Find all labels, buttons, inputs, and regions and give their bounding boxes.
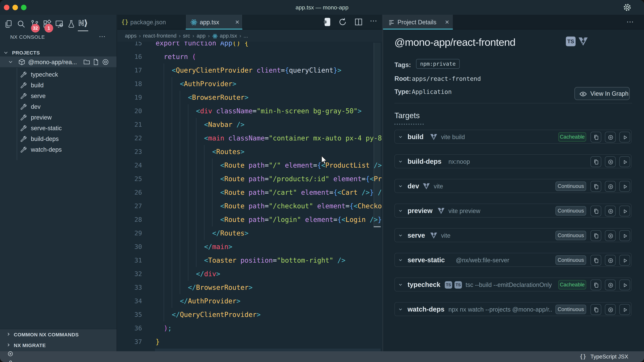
- focus-target-icon[interactable]: [605, 206, 616, 216]
- eye-icon: [579, 90, 587, 97]
- close-tab-icon[interactable]: ×: [235, 18, 239, 26]
- line-number: 28: [117, 213, 142, 226]
- vite-logo-icon: [578, 36, 588, 46]
- breadcrumb-item[interactable]: src: [183, 33, 190, 39]
- project-row[interactable]: @mono-app/rea...: [0, 56, 116, 67]
- copy-task-icon[interactable]: [590, 206, 601, 216]
- folder-icon[interactable]: [83, 58, 90, 66]
- target-card-watch-deps[interactable]: watch-depsnpx nx watch --projects @mono-…: [394, 302, 632, 316]
- code-area[interactable]: 15export function App() {16 return (17 <…: [117, 15, 382, 351]
- continuous-badge: Continuous: [556, 231, 586, 240]
- copy-task-icon[interactable]: [590, 230, 601, 241]
- copy-task-icon[interactable]: [590, 156, 601, 167]
- sidebar-target-dev[interactable]: dev: [0, 101, 116, 112]
- line-number: 25: [117, 172, 142, 186]
- run-target-icon[interactable]: [619, 181, 630, 192]
- tab-app-tsx[interactable]: app.tsx ×: [185, 15, 243, 29]
- run-target-icon[interactable]: [619, 206, 630, 216]
- sidebar-target-build[interactable]: build: [0, 80, 116, 90]
- focus-target-icon[interactable]: [605, 255, 616, 266]
- tab-package-json[interactable]: {} package.json: [117, 15, 185, 29]
- focus-target-icon[interactable]: [605, 156, 616, 167]
- target-command: vite: [441, 232, 450, 239]
- sidebar-target-serve-static[interactable]: serve-static: [0, 122, 116, 133]
- breadcrumb-item[interactable]: app: [196, 33, 206, 39]
- continuous-badge: Continuous: [556, 305, 586, 314]
- chevron-down-icon[interactable]: [399, 209, 402, 212]
- sidebar-more-icon[interactable]: ⋯: [99, 32, 106, 40]
- target-label: serve-static: [31, 125, 62, 132]
- explorer-icon[interactable]: [4, 19, 13, 28]
- run-target-icon[interactable]: [619, 280, 630, 290]
- projects-section-header[interactable]: PROJECTS: [0, 48, 116, 57]
- target-card-build[interactable]: buildvite buildCacheable: [394, 130, 632, 144]
- copy-task-icon[interactable]: [590, 132, 601, 142]
- panel-more-icon[interactable]: ⋯: [626, 17, 634, 26]
- copy-task-icon[interactable]: [590, 280, 601, 290]
- sidebar-item-common-nx-commands[interactable]: COMMON NX COMMANDS: [0, 329, 116, 340]
- focus-target-icon[interactable]: [605, 304, 616, 315]
- run-target-icon[interactable]: [619, 230, 630, 241]
- run-target-icon[interactable]: [619, 255, 630, 266]
- refresh-icon[interactable]: [338, 17, 347, 26]
- testing-beaker-icon[interactable]: [67, 19, 76, 28]
- run-target-icon[interactable]: [619, 132, 630, 142]
- target-card-preview[interactable]: previewvite previewContinuous: [394, 204, 632, 218]
- breadcrumb-separator: ›: [208, 33, 210, 39]
- search-icon[interactable]: [16, 19, 26, 28]
- sidebar: N⟩ 32 1 NX CONSOLE ⋯ PROJECTS @mono-app/…: [0, 15, 117, 351]
- chevron-down-icon[interactable]: [399, 283, 402, 286]
- target-card-serve-static[interactable]: serve-static@nx/web:file-serverContinuou…: [394, 253, 632, 267]
- errors-count: 0: [9, 360, 12, 362]
- close-panel-icon[interactable]: ×: [445, 18, 449, 26]
- errors-icon[interactable]: [8, 351, 61, 357]
- sidebar-target-preview[interactable]: preview: [0, 112, 116, 122]
- copy-task-icon[interactable]: [590, 255, 601, 266]
- copy-task-icon[interactable]: [590, 304, 601, 315]
- project-details-editor-icon[interactable]: [322, 17, 332, 27]
- target-card-build-deps[interactable]: build-depsnx:noop: [394, 154, 632, 168]
- breadcrumb-item[interactable]: apps: [125, 33, 136, 39]
- focus-target-icon[interactable]: [605, 230, 616, 241]
- settings-gear-icon[interactable]: [622, 3, 632, 12]
- run-target-icon[interactable]: [619, 156, 630, 167]
- breadcrumb-item[interactable]: ...: [244, 33, 248, 39]
- chevron-down-icon[interactable]: [399, 234, 402, 237]
- run-target-icon[interactable]: [619, 304, 630, 315]
- chevron-down-icon[interactable]: [399, 308, 402, 310]
- breadcrumb[interactable]: apps›react-frontend›src›app›app.tsx›...: [117, 30, 382, 41]
- editor-scrollbar[interactable]: [374, 43, 381, 227]
- breadcrumb-item[interactable]: react-frontend: [143, 33, 176, 39]
- language-indicator[interactable]: TypeScript JSX: [590, 354, 628, 360]
- copy-task-icon[interactable]: [590, 181, 601, 192]
- focus-target-icon[interactable]: [605, 181, 616, 192]
- target-card-typecheck[interactable]: typecheckTSTStsc --build --emitDeclarati…: [394, 278, 632, 292]
- sidebar-target-build-deps[interactable]: build-deps: [0, 133, 116, 144]
- sidebar-target-serve[interactable]: serve: [0, 90, 116, 101]
- target-card-serve[interactable]: serveviteContinuous: [394, 228, 632, 242]
- target-icon[interactable]: [102, 58, 109, 66]
- split-editor-icon[interactable]: [354, 17, 363, 26]
- remote-preview-icon[interactable]: [55, 19, 64, 28]
- code-line-21: 21 <Navbar />: [117, 118, 382, 131]
- focus-target-icon[interactable]: [605, 132, 616, 142]
- config-file-icon[interactable]: [92, 58, 100, 66]
- chevron-down-icon[interactable]: [399, 184, 402, 187]
- view-in-graph-button[interactable]: View In Graph: [574, 87, 630, 100]
- chevron-down-icon[interactable]: [399, 160, 402, 163]
- sidebar-item-nx-migrate[interactable]: NX MIGRATE: [0, 340, 116, 351]
- vite-logo-icon: [438, 207, 445, 214]
- breadcrumb-item[interactable]: app.tsx: [220, 33, 237, 39]
- target-card-dev[interactable]: devviteContinuous: [394, 179, 632, 193]
- tab-project-details[interactable]: Project Details ×: [383, 15, 453, 29]
- wrench-icon: [20, 146, 26, 153]
- chevron-down-icon[interactable]: [399, 135, 402, 138]
- project-details-panel: Project Details × ⋯ @mono-app/react-fron…: [382, 15, 644, 351]
- sidebar-target-typecheck[interactable]: typecheck: [0, 69, 116, 80]
- more-actions-icon[interactable]: ⋯: [370, 16, 378, 25]
- focus-target-icon[interactable]: [605, 280, 616, 290]
- wrench-icon: [20, 92, 26, 99]
- sidebar-target-watch-deps[interactable]: watch-deps: [0, 144, 116, 155]
- nx-console-icon[interactable]: N⟩: [78, 18, 88, 27]
- chevron-down-icon[interactable]: [399, 258, 402, 261]
